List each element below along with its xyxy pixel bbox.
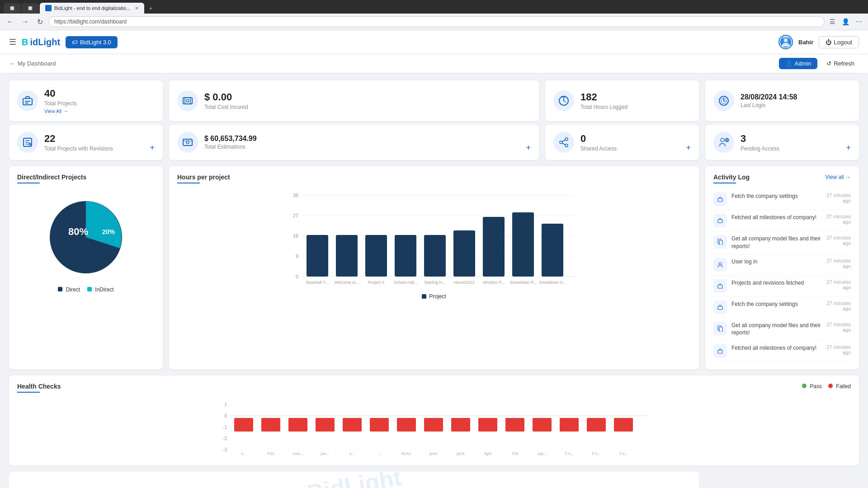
last-login-info: 28/08/2024 14:58 Last Login — [741, 93, 851, 108]
estimations-label: Total Estimations — [204, 144, 519, 150]
reload-button[interactable]: ↻ — [34, 17, 46, 27]
logout-label: Logout — [834, 39, 852, 46]
activity-time-4: 27 minutesago — [826, 258, 851, 269]
bar-chart-wrap: 36 27 18 9 0 — [177, 190, 691, 300]
total-cost-card: $ 0.00 Total Cost Incured — [169, 80, 539, 121]
estimations-add-icon[interactable]: + — [526, 143, 531, 153]
svg-text:T24: T24 — [512, 451, 519, 456]
activity-log-card: Activity Log View all → Fetch the compan… — [705, 166, 859, 369]
pie-chart-card: Direct/Indirect Projects 80% 20% — [9, 166, 163, 369]
activity-icon-4 — [713, 258, 727, 272]
shared-icon — [558, 137, 569, 148]
revisions-icon — [22, 137, 33, 148]
profile-button[interactable]: 👤 — [840, 17, 852, 27]
estimations-icon-wrap — [177, 132, 198, 153]
admin-button[interactable]: 👤 Admin — [779, 58, 818, 69]
direct-dot — [58, 287, 62, 291]
address-bar[interactable]: https://bidlight.com/dashboard — [48, 16, 825, 27]
back-button[interactable]: ← — [4, 17, 16, 27]
svg-point-6 — [186, 99, 189, 102]
total-hours-label: Total Hours Logged — [580, 104, 691, 110]
pass-legend: Pass — [802, 383, 822, 389]
svg-rect-81 — [261, 418, 280, 432]
fail-label: Failed — [836, 383, 851, 389]
revisions-add-icon[interactable]: + — [150, 143, 155, 153]
svg-point-20 — [565, 138, 568, 141]
new-tab-button[interactable]: + — [145, 3, 156, 14]
indirect-legend: InDirect — [87, 286, 114, 293]
health-chart-svg: 1 0 -1 -2 -3 — [17, 398, 851, 457]
activity-items: Fetch the company settings 27 minutesago… — [713, 189, 851, 362]
forward-button[interactable]: → — [19, 17, 32, 27]
last-login-label: Last Login — [741, 102, 851, 108]
bar-chart-title: Hours per project — [177, 174, 691, 181]
briefcase-icon — [717, 196, 723, 202]
logout-button[interactable]: ⏻ Logout — [819, 36, 859, 48]
svg-rect-91 — [533, 418, 552, 432]
svg-text:...: ... — [377, 451, 381, 456]
activity-time-2: 27 minutesago — [826, 214, 851, 225]
bidlight-version-button[interactable]: 🏷 BidLight 3.0 — [66, 36, 118, 48]
svg-rect-94 — [614, 418, 633, 432]
user-login-icon — [717, 262, 723, 268]
view-all-projects-link[interactable]: View All → — [44, 108, 155, 114]
briefcase-icon-6 — [717, 304, 723, 310]
svg-text:cap...: cap... — [538, 451, 547, 456]
pending-access-card: 3 Pending Access + — [705, 125, 859, 160]
activity-icon-2 — [713, 214, 727, 227]
tab-close-icon[interactable]: ✕ — [135, 5, 139, 11]
watermark-area: BidLight — [9, 472, 699, 488]
svg-rect-69 — [718, 350, 722, 353]
shared-icon-wrap — [553, 132, 574, 153]
pending-add-icon[interactable]: + — [846, 143, 851, 153]
activity-underline — [713, 183, 736, 183]
view-all-link[interactable]: View all → — [826, 174, 851, 180]
pie-chart-svg: 80% 20% — [43, 194, 129, 280]
activity-text-2: Fetched all milestones of company! — [731, 214, 822, 221]
activity-time-8: 27 minutesago — [826, 344, 851, 355]
stats-row-2: 22 Total Projects with Revisions + $ 60,… — [0, 121, 868, 160]
svg-text:Starling H...: Starling H... — [424, 280, 445, 285]
svg-line-9 — [564, 101, 566, 102]
activity-item: Fetch the company settings 27 minutesago — [713, 189, 851, 210]
svg-rect-4 — [25, 103, 28, 103]
refresh-button[interactable]: ↺ Refresh — [822, 58, 859, 69]
activity-item-6: Fetch the company settings 27 minutesago — [713, 297, 851, 318]
svg-rect-60 — [718, 198, 722, 202]
total-cost-info: $ 0.00 Total Cost Incured — [204, 91, 531, 110]
active-tab[interactable]: BidLight - end to end digitalizatio... ✕ — [40, 3, 144, 14]
activity-time-3: 27 minutesago — [826, 235, 851, 246]
activity-text-5: Projects and revisions fetched — [731, 279, 822, 287]
sidebar-toggle[interactable]: ☰ — [9, 37, 16, 47]
svg-text:27: 27 — [293, 213, 298, 218]
files-icon-7 — [717, 325, 723, 332]
svg-text:House2022: House2022 — [454, 280, 475, 285]
svg-text:Project X: Project X — [368, 280, 385, 285]
bar-chart-svg: 36 27 18 9 0 — [177, 190, 691, 289]
shared-add-icon[interactable]: + — [686, 143, 691, 153]
extensions-button[interactable]: ☰ — [827, 17, 838, 27]
revisions-value: 22 — [44, 133, 143, 145]
total-hours-card: 182 Total Hours Logged — [545, 80, 699, 121]
activity-icon-5 — [713, 279, 727, 293]
health-row: Health Checks Pass Failed 1 — [0, 369, 868, 488]
menu-button[interactable]: ⋯ — [854, 17, 864, 27]
activity-icon-1 — [713, 192, 727, 206]
total-hours-value: 182 — [580, 91, 691, 103]
total-hours-info: 182 Total Hours Logged — [580, 91, 691, 110]
svg-rect-44 — [365, 235, 387, 277]
svg-text:-1: -1 — [223, 425, 227, 430]
health-legend: Pass Failed — [802, 383, 851, 389]
svg-rect-47 — [453, 230, 475, 277]
inactive-tab[interactable]: 🔲 — [4, 3, 21, 14]
inactive-tab-2[interactable]: 🔲 — [22, 3, 39, 14]
bidlight-watermark: BidLight — [305, 472, 403, 488]
breadcrumb[interactable]: ← My Dashboard — [9, 60, 56, 67]
activity-icon-7 — [713, 322, 727, 335]
svg-text:18: 18 — [293, 233, 298, 239]
activity-text-4: User log in — [731, 258, 822, 266]
total-cost-value: $ 0.00 — [204, 91, 531, 103]
activity-item-5: Projects and revisions fetched 27 minute… — [713, 276, 851, 297]
header-right: Bahir ⏻ Logout — [778, 35, 859, 49]
files-icon — [717, 239, 723, 245]
